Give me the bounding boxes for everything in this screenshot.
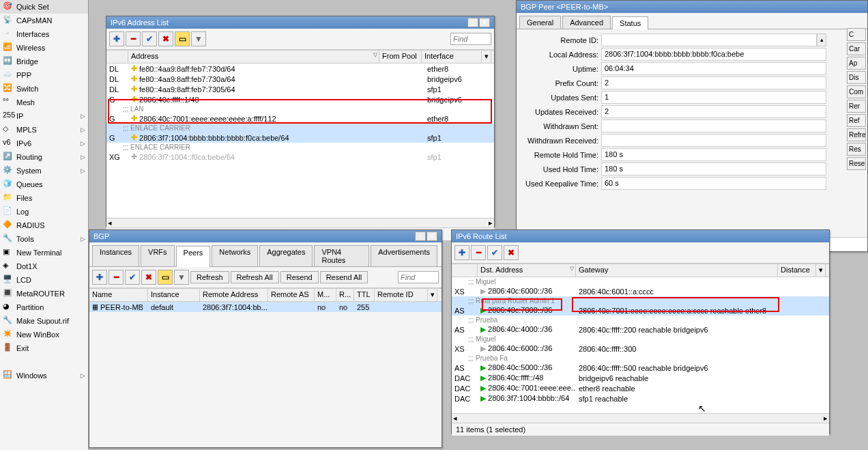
side-button[interactable]: Ap bbox=[847, 57, 866, 70]
table-row[interactable]: DL✚ fe80::4aa9:8aff:feb7:730d/64ether8 bbox=[106, 64, 494, 74]
close-button[interactable]: ✕ bbox=[479, 18, 490, 27]
sidebar-item[interactable]: 🚪Exit bbox=[0, 341, 88, 355]
comment-row[interactable]: ;;; Prueba Fa bbox=[452, 354, 829, 363]
side-button[interactable]: C bbox=[847, 28, 866, 41]
table-row[interactable]: XG✚ 2806:3f7:1004::f0ca:bebe/64sfp1 bbox=[106, 152, 494, 162]
sidebar-item[interactable]: 🔀Switch bbox=[0, 82, 88, 96]
sidebar-item[interactable]: ⚙️System▷ bbox=[0, 164, 88, 178]
side-button[interactable]: Car bbox=[847, 42, 866, 55]
field-value[interactable]: 1 bbox=[601, 91, 826, 104]
window-titlebar[interactable]: IPv6 Address List ▫ ✕ bbox=[106, 16, 494, 29]
comment-row[interactable]: ;;; Miguel bbox=[452, 277, 829, 286]
comment-row[interactable]: ;;; LAN bbox=[106, 104, 494, 113]
find-input[interactable] bbox=[398, 271, 439, 283]
comment-row[interactable]: ;;; Ruta para Router Admin 1 bbox=[452, 296, 829, 305]
enable-button[interactable]: ✔ bbox=[142, 31, 157, 46]
tab[interactable]: Instances bbox=[92, 245, 139, 266]
col-header[interactable]: TTL bbox=[354, 289, 375, 301]
minimize-button[interactable]: ▫ bbox=[415, 231, 426, 241]
comment-button[interactable]: ▭ bbox=[158, 270, 173, 285]
filter-button[interactable]: ▼ bbox=[174, 270, 189, 285]
side-button[interactable]: Ref bbox=[847, 114, 866, 127]
side-button[interactable]: Dis bbox=[847, 71, 866, 84]
disable-button[interactable]: ✖ bbox=[141, 270, 156, 285]
sidebar-item[interactable]: ◇MPLS▷ bbox=[0, 123, 88, 137]
field-value[interactable]: 60 s bbox=[601, 177, 826, 190]
col-gateway[interactable]: Gateway bbox=[576, 264, 778, 277]
sidebar-item[interactable]: ↗️Routing▷ bbox=[0, 150, 88, 164]
resend-button[interactable]: Resend bbox=[280, 271, 319, 283]
table-row[interactable]: AS▶ 2806:40c:7000::/362806:40c:7001:eeee… bbox=[452, 305, 829, 315]
col-more[interactable]: ▾ bbox=[482, 51, 491, 63]
field-value[interactable] bbox=[601, 119, 826, 132]
sidebar-item[interactable]: 🔳MetaROUTER bbox=[0, 287, 88, 300]
col-frompool[interactable]: From Pool bbox=[379, 51, 422, 63]
col-header[interactable]: R... bbox=[336, 289, 354, 301]
sidebar-item[interactable]: ✴️New WinBox bbox=[0, 328, 88, 341]
col-address[interactable]: Address▽ bbox=[128, 51, 379, 63]
close-button[interactable]: ✕ bbox=[426, 231, 437, 241]
minimize-button[interactable]: ▫ bbox=[467, 18, 478, 27]
sidebar-item[interactable]: ☁️PPP bbox=[0, 68, 88, 82]
table-row[interactable]: DL✚ fe80::4aa9:8aff:feb7:730a/64bridgeip… bbox=[106, 74, 494, 84]
enable-button[interactable]: ✔ bbox=[125, 270, 140, 285]
sidebar-item[interactable]: °°Mesh bbox=[0, 96, 88, 109]
sidebar-item[interactable]: 255IP▷ bbox=[0, 109, 88, 123]
col-header[interactable]: Name bbox=[89, 289, 148, 301]
comment-row[interactable]: ;;; ENLACE CARRIER bbox=[106, 124, 494, 132]
sidebar-item[interactable]: 🔧Make Supout.rif bbox=[0, 314, 88, 328]
window-titlebar[interactable]: IPv6 Route List bbox=[452, 230, 829, 242]
refresh-all-button[interactable]: Refresh All bbox=[231, 271, 279, 283]
h-scrollbar[interactable]: ◂▸ bbox=[106, 218, 494, 227]
col-header[interactable]: Remote Address bbox=[200, 289, 268, 301]
remove-button[interactable]: ━ bbox=[126, 31, 141, 46]
comment-row[interactable]: ;;; Miguel bbox=[452, 335, 829, 343]
sidebar-item[interactable]: 🧊Queues bbox=[0, 178, 88, 191]
field-value[interactable]: 2806:3f7:1004:bbbb:bbbb:bbbb:f0ca:bebe bbox=[601, 48, 826, 61]
enable-button[interactable]: ✔ bbox=[487, 245, 502, 260]
sidebar-item[interactable]: 🪟Windows▷ bbox=[0, 369, 88, 382]
tab[interactable]: Aggregates bbox=[259, 245, 313, 266]
table-row[interactable]: DAC▶ 2806:40c:ffff::/48bridgeipv6 reacha… bbox=[452, 373, 829, 383]
field-value[interactable] bbox=[601, 134, 826, 147]
col-header[interactable]: M... bbox=[315, 289, 336, 301]
chevron-up-icon[interactable]: ▴ bbox=[817, 33, 826, 46]
resend-all-button[interactable]: Resend All bbox=[320, 271, 368, 283]
add-button[interactable]: ✚ bbox=[92, 270, 107, 285]
window-titlebar[interactable]: BGP Peer <PEER-to-MB> bbox=[517, 1, 867, 13]
field-value[interactable]: 2 bbox=[601, 105, 826, 118]
comment-row[interactable]: ;;; Prueba bbox=[452, 315, 829, 324]
sidebar-item[interactable]: 🎯Quick Set bbox=[0, 0, 88, 14]
col-interface[interactable]: Interface bbox=[422, 51, 482, 63]
comment-button[interactable]: ▭ bbox=[175, 31, 190, 46]
sidebar-item[interactable]: 📡CAPsMAN bbox=[0, 14, 88, 27]
field-value[interactable] bbox=[601, 33, 817, 46]
add-button[interactable]: ✚ bbox=[109, 31, 124, 46]
remove-button[interactable]: ━ bbox=[108, 270, 124, 285]
sidebar-item[interactable]: 📄Log bbox=[0, 205, 88, 219]
tab[interactable]: VRFs bbox=[141, 245, 175, 266]
col-header[interactable]: Instance bbox=[148, 289, 200, 301]
tab[interactable]: Advertisements bbox=[371, 245, 437, 266]
disable-button[interactable]: ✖ bbox=[504, 245, 519, 260]
sidebar-item[interactable]: 🔶RADIUS bbox=[0, 219, 88, 232]
sidebar-item[interactable]: 🔧Tools▷ bbox=[0, 232, 88, 246]
field-value[interactable]: 180 s bbox=[601, 148, 826, 161]
sidebar-item[interactable]: ◈Dot1X bbox=[0, 259, 88, 273]
find-input[interactable] bbox=[450, 33, 491, 45]
filter-button[interactable]: ▼ bbox=[191, 31, 206, 46]
sidebar-item[interactable]: ◕Partition bbox=[0, 300, 88, 314]
col-more[interactable]: ▾ bbox=[428, 289, 437, 301]
table-row[interactable]: AS▶ 2806:40c:4000::/362806:40c:ffff::200… bbox=[452, 324, 829, 335]
table-row[interactable]: G✚ 2806:3f7:1004:bbbb:bbbb:bbbb:f0ca:beb… bbox=[106, 132, 494, 143]
sidebar-item[interactable]: ↔️Bridge bbox=[0, 55, 88, 68]
side-button[interactable]: Rer bbox=[847, 100, 866, 113]
tab[interactable]: Networks bbox=[212, 245, 258, 266]
tab[interactable]: General bbox=[519, 16, 561, 29]
sidebar-item[interactable]: ▫️Interfaces bbox=[0, 27, 88, 41]
col-dst[interactable]: Dst. Address▽ bbox=[478, 264, 576, 277]
refresh-button[interactable]: Refresh bbox=[190, 271, 229, 283]
tab[interactable]: Advanced bbox=[562, 16, 611, 29]
side-button[interactable]: Res bbox=[847, 143, 866, 156]
table-row[interactable]: DL✚ fe80::4aa9:8aff:feb7:7305/64sfp1 bbox=[106, 84, 494, 94]
